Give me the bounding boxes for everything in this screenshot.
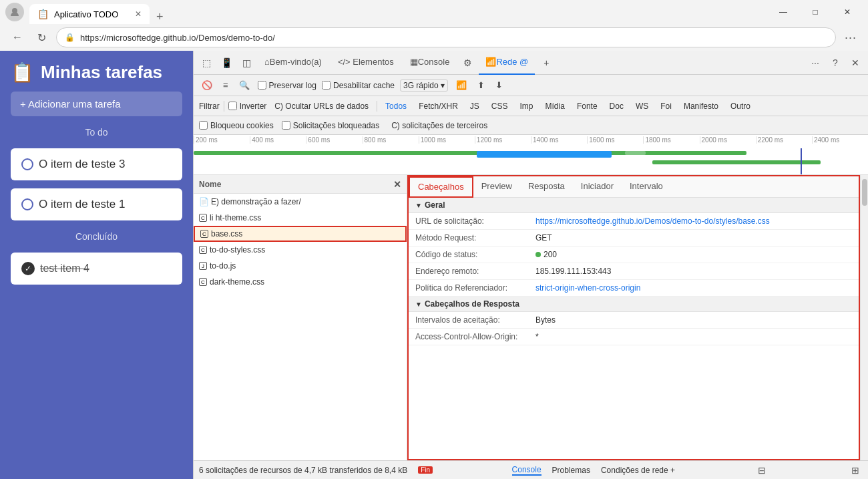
devtools-help-btn[interactable]: ? <box>827 54 844 71</box>
tab-elements[interactable]: </> Elementos <box>331 51 401 75</box>
bottom-tab-problems[interactable]: Problemas <box>552 466 590 475</box>
tab-close-btn[interactable]: ✕ <box>135 9 142 19</box>
request-row-4[interactable]: J to-do.js <box>194 258 407 274</box>
tab-console[interactable]: ▦ Console <box>403 51 457 75</box>
upload-btn[interactable]: ⬆ <box>475 79 487 92</box>
task-circle-1 <box>21 198 33 210</box>
url-bar[interactable]: 🔒 https://microsoftedge.github.io/Demos/… <box>56 27 836 47</box>
devtools-overflow-btn[interactable]: ··· <box>807 54 824 71</box>
browser-more-btn[interactable]: ··· <box>841 28 860 47</box>
completed-task-0[interactable]: ✓ test item 4 <box>11 253 182 285</box>
filter-font[interactable]: Fonte <box>573 101 602 112</box>
timeline-bar-green2 <box>652 160 821 164</box>
tick-2400: 2400 ms <box>812 136 868 144</box>
device-btn[interactable]: 📱 <box>218 54 235 71</box>
response-triangle: ▼ <box>415 301 422 308</box>
invert-checkbox[interactable] <box>228 102 237 110</box>
search-network-btn[interactable]: 🔍 <box>236 79 252 92</box>
filter-sep-2 <box>377 101 377 112</box>
filter-icon-btn[interactable]: ≡ <box>220 79 231 92</box>
hide-data-urls-btn[interactable]: C) Ocultar URLs de dados <box>270 101 373 112</box>
blocked-requests-label: Solicitações bloqueadas <box>293 121 379 130</box>
console-icon: ▦ <box>410 57 418 67</box>
blocked-requests-checkbox[interactable] <box>282 121 290 130</box>
timeline-bar-green <box>194 151 746 155</box>
preserve-log-checkbox[interactable] <box>258 81 266 90</box>
window-controls: — □ ✕ <box>768 1 863 23</box>
detail-tab-response-label: Resposta <box>528 181 565 191</box>
disable-cache-checkbox[interactable] <box>322 81 331 90</box>
timeline-area: 200 ms 400 ms 600 ms 800 ms 1000 ms 1200… <box>194 135 868 175</box>
fin-badge: Fin <box>418 466 433 474</box>
inspect-btn[interactable]: ⬚ <box>198 54 215 71</box>
filter-doc[interactable]: Doc <box>606 101 628 112</box>
devtools-more-btn[interactable]: ◫ <box>238 54 255 71</box>
new-tab-btn[interactable]: + <box>150 10 170 24</box>
tab-network[interactable]: 📶 Rede @ <box>479 51 535 75</box>
filter-foi[interactable]: Foi <box>656 101 676 112</box>
referrer-value: strict-origin-when-cross-origin <box>535 283 640 293</box>
filter-fetch[interactable]: Fetch/XHR <box>415 101 462 112</box>
request-row-0[interactable]: 📄 E) demonstração a fazer/ <box>194 194 407 210</box>
detail-tab-response[interactable]: Resposta <box>520 176 573 198</box>
back-btn[interactable]: ← <box>8 28 27 47</box>
filter-media[interactable]: Mídia <box>541 101 569 112</box>
detail-tab-initiator[interactable]: Iniciador <box>573 176 622 198</box>
tab-welcome[interactable]: ⌂ Bem-vindo(a) <box>258 51 329 75</box>
download-btn[interactable]: ⬇ <box>493 79 505 92</box>
detail-tab-preview[interactable]: Preview <box>473 176 520 198</box>
filter-all[interactable]: Todos <box>381 101 411 112</box>
request-row-3[interactable]: C to-do-styles.css <box>194 242 407 258</box>
requests-panel: Nome ✕ 📄 E) demonstração a fazer/ C li h… <box>194 175 407 460</box>
dock-btn[interactable]: ⊟ <box>754 463 769 478</box>
add-tab-btn[interactable]: + <box>537 54 555 71</box>
add-task-button[interactable]: + Adicionar uma tarefa <box>11 92 182 116</box>
tick-400: 400 ms <box>250 136 306 144</box>
request-icon-5: C <box>199 278 207 286</box>
detail-row-accept-ranges: Intervalos de aceitação: Bytes <box>409 312 859 329</box>
request-row-5[interactable]: C dark-theme.css <box>194 274 407 290</box>
detail-tab-headers[interactable]: Cabeçalhos <box>409 176 473 198</box>
tick-600: 600 ms <box>306 136 362 144</box>
tick-1400: 1400 ms <box>531 136 587 144</box>
clear-network-btn[interactable]: 🚫 <box>199 79 215 92</box>
request-row-1[interactable]: C li ht-theme.css <box>194 210 407 226</box>
browser-tab-active[interactable]: 📋 Aplicativo TODO ✕ <box>29 4 150 24</box>
filter-js[interactable]: JS <box>466 101 483 112</box>
devtools-close-btn[interactable]: ✕ <box>847 54 864 71</box>
todo-sidebar: 📋 Minhas tarefas + Adicionar uma tarefa … <box>0 51 193 479</box>
disable-cache-label: Desabilitar cache <box>333 81 395 90</box>
undock-btn[interactable]: ⊞ <box>848 463 863 478</box>
blocked-cookies-checkbox[interactable] <box>199 121 208 130</box>
request-icon-1: C <box>199 214 207 222</box>
throttle-dropdown[interactable]: 3G rápido ▾ <box>400 79 448 92</box>
bottom-tab-network-conditions[interactable]: Condições de rede + <box>601 466 675 475</box>
task-item-1[interactable]: O item de teste 1 <box>11 188 182 220</box>
filter-manifest[interactable]: Manifesto <box>680 101 722 112</box>
bottom-tab-console[interactable]: Console <box>512 465 541 476</box>
third-party-btn[interactable]: C) solicitações de terceiros <box>387 120 491 131</box>
filter-css[interactable]: CSS <box>487 101 512 112</box>
requests-header-label: Nome <box>199 180 221 189</box>
todo-header: 📋 Minhas tarefas <box>11 61 182 84</box>
maximize-btn[interactable]: □ <box>800 1 831 23</box>
status-bar-text: 6 solicitações de recursos de 4,7 kB tra… <box>199 466 407 475</box>
sources-btn[interactable]: ⚙ <box>459 54 476 71</box>
filter-imp[interactable]: Imp <box>516 101 537 112</box>
task-item-0[interactable]: O item de teste 3 <box>11 148 182 180</box>
reload-btn[interactable]: ↻ <box>32 28 51 47</box>
task-label-1: O item de teste 1 <box>39 198 125 211</box>
detail-tab-timing[interactable]: Intervalo <box>622 176 671 198</box>
detail-scrollbar[interactable] <box>860 175 868 460</box>
done-section-label: Concluído <box>11 228 182 245</box>
main-area: 📋 Minhas tarefas + Adicionar uma tarefa … <box>0 51 868 479</box>
filter-other[interactable]: Outro <box>726 101 754 112</box>
request-row-2[interactable]: C base.css <box>194 226 407 242</box>
close-detail-btn[interactable]: ✕ <box>393 179 401 190</box>
filter-ws[interactable]: WS <box>632 101 652 112</box>
minimize-btn[interactable]: — <box>768 1 799 23</box>
online-btn[interactable]: 📶 <box>453 79 469 92</box>
request-name-1: li ht-theme.css <box>210 213 261 222</box>
detail-row-status: Código de status: 200 <box>409 247 859 263</box>
close-btn[interactable]: ✕ <box>832 1 863 23</box>
